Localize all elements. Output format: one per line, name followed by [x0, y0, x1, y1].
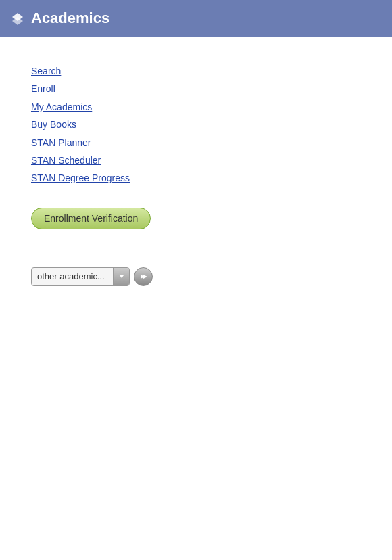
enrollment-verification-button[interactable]: Enrollment Verification [31, 208, 151, 229]
go-button[interactable] [134, 267, 153, 286]
my-academics-link[interactable]: My Academics [31, 99, 361, 114]
stan-planner-link[interactable]: STAN Planner [31, 135, 361, 150]
page-header: Academics [0, 0, 392, 37]
nav-links: Search Enroll My Academics Buy Books STA… [31, 64, 361, 186]
dropdown-arrow-button[interactable] [113, 268, 129, 285]
stan-scheduler-link[interactable]: STAN Scheduler [31, 153, 361, 168]
content-area: Search Enroll My Academics Buy Books STA… [0, 37, 392, 300]
stan-degree-progress-link[interactable]: STAN Degree Progress [31, 170, 361, 185]
academics-icon [11, 11, 24, 25]
dropdown-selected-text: other academic... [32, 269, 113, 284]
svg-marker-2 [120, 275, 124, 278]
other-academic-row: other academic... [31, 267, 361, 286]
page-title: Academics [31, 9, 109, 27]
search-link[interactable]: Search [31, 64, 361, 78]
buy-books-link[interactable]: Buy Books [31, 117, 361, 132]
svg-marker-4 [143, 275, 147, 279]
enroll-link[interactable]: Enroll [31, 81, 361, 96]
other-academic-dropdown[interactable]: other academic... [31, 267, 130, 286]
